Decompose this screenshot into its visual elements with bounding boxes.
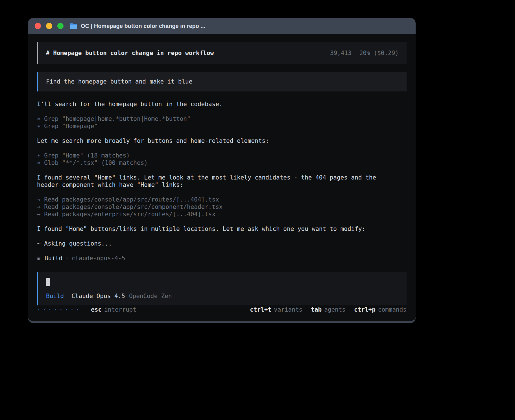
message-line: I found "Home" buttons/links in multiple… — [37, 225, 407, 233]
context-cost: 20% ($0.29) — [359, 49, 399, 57]
message-line: I found several "Home" links. Let me loo… — [37, 174, 407, 181]
message-line: ∗ Grep "Home" (18 matches) — [37, 152, 407, 159]
hint-label: variants — [274, 306, 302, 313]
message-line: I'll search for the homepage button in t… — [37, 100, 407, 108]
hint-agents: tabagents — [311, 306, 346, 313]
window-title: OC | Homepage button color change in rep… — [81, 23, 205, 29]
agent-status-line: ▣ Build · claude-opus-4-5 — [37, 255, 407, 262]
hint-key: esc — [91, 306, 102, 313]
input-mode-line: Build Claude Opus 4.5 OpenCode Zen — [46, 292, 399, 300]
token-count: 39,413 — [330, 49, 352, 57]
assistant-text: I'll search for the homepage button in t… — [37, 100, 407, 108]
message-line: → Read packages/enterprise/src/routes/[.… — [37, 211, 407, 218]
prompt-input[interactable]: Build Claude Opus 4.5 OpenCode Zen — [37, 272, 407, 305]
agent-name: Build — [45, 255, 62, 262]
message-line: ~ Asking questions... — [37, 240, 407, 247]
conversation: I'll search for the homepage button in t… — [37, 100, 407, 255]
spinner-dots: ········ — [37, 306, 81, 313]
hint-label: agents — [324, 306, 346, 313]
assistant-text: Let me search more broadly for buttons a… — [37, 137, 407, 145]
user-message: Find the homepage button and make it blu… — [37, 72, 407, 91]
hint-key: tab — [311, 306, 322, 313]
status-left: ········ esc interrupt — [37, 306, 136, 313]
tool-call-group: ∗ Grep "homepage|home.*button|Home.*butt… — [37, 115, 407, 130]
tool-call-group: → Read packages/console/app/src/routes/[… — [37, 196, 407, 218]
message-line: ∗ Glob "**/*.tsx" (100 matches) — [37, 159, 407, 167]
minimize-button[interactable] — [46, 23, 52, 29]
agent-model: claude-opus-4-5 — [72, 255, 125, 262]
user-message-text: Find the homepage button and make it blu… — [46, 78, 192, 85]
message-line: ∗ Grep "Homepage" — [37, 123, 407, 130]
message-line: ∗ Grep "homepage|home.*button|Home.*butt… — [37, 115, 407, 123]
agent-icon: ▣ — [37, 255, 40, 262]
provider-label: OpenCode Zen — [129, 292, 172, 300]
session-stats: 39,413 20% ($0.29) — [330, 49, 399, 57]
hint-label: commands — [378, 306, 407, 313]
session-title: # Homepage button color change in repo w… — [46, 49, 214, 57]
message-line: → Read packages/console/app/src/componen… — [37, 203, 407, 211]
message-line: header component which have "Home" links… — [37, 181, 407, 189]
hint-key: ctrl+t — [250, 306, 271, 313]
assistant-text: ~ Asking questions... — [37, 240, 407, 247]
terminal-window: OC | Homepage button color change in rep… — [28, 18, 416, 323]
hint-interrupt: esc interrupt — [91, 306, 136, 313]
terminal-content: # Homepage button color change in repo w… — [28, 34, 416, 321]
status-bar: ········ esc interrupt ctrl+tvariantstab… — [37, 306, 407, 313]
hint-label: interrupt — [104, 306, 136, 313]
message-line: → Read packages/console/app/src/routes/[… — [37, 196, 407, 203]
traffic-lights — [35, 23, 64, 29]
tool-call-group: ∗ Grep "Home" (18 matches)∗ Glob "**/*.t… — [37, 152, 407, 167]
zoom-button[interactable] — [57, 23, 64, 29]
mode-label: Build — [46, 292, 64, 300]
hint-commands: ctrl+pcommands — [354, 306, 407, 313]
hint-variants: ctrl+tvariants — [250, 306, 302, 313]
hint-key: ctrl+p — [354, 306, 376, 313]
folder-icon — [70, 23, 77, 29]
session-header: # Homepage button color change in repo w… — [37, 42, 407, 64]
assistant-text: I found several "Home" links. Let me loo… — [37, 174, 407, 189]
status-right: ctrl+tvariantstabagentsctrl+pcommands — [250, 306, 407, 313]
text-cursor — [46, 278, 50, 286]
agent-separator: · — [65, 255, 69, 262]
close-button[interactable] — [35, 23, 41, 29]
assistant-text: I found "Home" buttons/links in multiple… — [37, 225, 407, 233]
model-label: Claude Opus 4.5 — [71, 292, 125, 300]
message-line: Let me search more broadly for buttons a… — [37, 137, 407, 145]
titlebar: OC | Homepage button color change in rep… — [28, 18, 416, 34]
